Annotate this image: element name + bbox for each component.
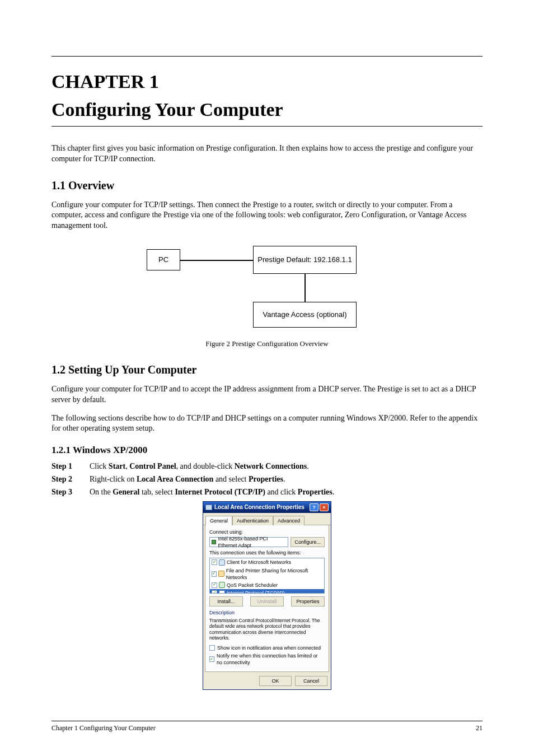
install-button[interactable]: Install... <box>209 596 243 606</box>
page-number: 21 <box>476 724 483 732</box>
uninstall-button[interactable]: Uninstall <box>250 596 284 606</box>
diagram-prestige-box: Prestige Default: 192.168.1.1 <box>253 246 357 274</box>
list-item[interactable]: ✓ QoS Packet Scheduler <box>210 581 324 589</box>
diagram-vantage-box: Vantage Access (optional) <box>253 302 357 328</box>
description-label: Description <box>209 609 325 616</box>
section-overview-body: Configure your computer for TCP/IP setti… <box>51 200 483 232</box>
chapter-title: Configuring Your Computer <box>51 97 483 123</box>
checkbox-icon[interactable]: ✓ <box>212 559 217 565</box>
diagram-pc-box: PC <box>147 249 180 270</box>
tab-authentication[interactable]: Authentication <box>232 516 273 525</box>
cancel-button[interactable]: Cancel <box>295 676 327 686</box>
connection-icon <box>205 505 212 510</box>
step-3: Step 3 On the General tab, select Intern… <box>51 487 483 498</box>
notify-checkbox[interactable]: ✓ <box>209 656 214 662</box>
intro-paragraph: This chapter first gives you basic infor… <box>51 143 483 165</box>
show-icon-checkbox[interactable]: ✓ <box>209 645 215 651</box>
properties-button[interactable]: Properties <box>291 596 325 606</box>
figure-2-diagram: PC Prestige Default: 192.168.1.1 Vantage… <box>147 241 387 337</box>
chapter-number: CHAPTER 1 <box>51 69 483 95</box>
list-item-selected[interactable]: ✓ Internet Protocol (TCP/IP) <box>210 589 324 594</box>
section-setup-title: 1.2 Setting Up Your Computer <box>51 362 483 377</box>
lan-properties-dialog: Local Area Connection Properties ? × Gen… <box>203 501 331 690</box>
figure-2-caption: Figure 2 Prestige Configuration Overview <box>51 339 483 349</box>
dialog-title: Local Area Connection Properties <box>214 503 305 511</box>
nic-icon <box>212 540 216 544</box>
configure-button[interactable]: Configure... <box>291 537 325 547</box>
footer-chapter: Chapter 1 Configuring Your Computer <box>51 724 156 732</box>
dialog-tabstrip: General Authentication Advanced <box>203 513 331 525</box>
connection-items-list[interactable]: ✓ Client for Microsoft Networks ✓ File a… <box>209 558 325 594</box>
adapter-name: Intel 8255x-based PCI Ethernet Adapt <box>218 535 286 549</box>
help-icon[interactable]: ? <box>310 503 318 511</box>
show-icon-label: Show icon in notification area when conn… <box>217 645 321 651</box>
qos-icon <box>219 582 225 588</box>
ok-button[interactable]: OK <box>259 676 292 686</box>
section-setup-p2: The following sections describe how to d… <box>51 413 483 435</box>
subsection-winxp-title: 1.2.1 Windows XP/2000 <box>51 444 483 457</box>
client-icon <box>219 559 225 566</box>
notify-label: Notify me when this connection has limit… <box>217 652 325 666</box>
close-icon[interactable]: × <box>320 503 329 511</box>
list-item[interactable]: ✓ Client for Microsoft Networks <box>210 558 324 566</box>
list-item[interactable]: ✓ File and Printer Sharing for Microsoft… <box>210 567 324 581</box>
tab-advanced[interactable]: Advanced <box>273 516 305 525</box>
description-text: Transmission Control Protocol/Internet P… <box>209 618 325 645</box>
checkbox-icon[interactable]: ✓ <box>212 571 217 577</box>
step-1: Step 1 Click Start, Control Panel, and d… <box>51 461 483 472</box>
tab-general[interactable]: General <box>205 516 232 525</box>
connect-using-label: Connect using: <box>209 529 325 535</box>
file-share-icon <box>218 571 224 577</box>
protocol-icon <box>219 590 225 594</box>
items-label: This connection uses the following items… <box>209 549 325 556</box>
checkbox-icon[interactable]: ✓ <box>212 590 217 594</box>
step-2: Step 2 Right-click on Local Area Connect… <box>51 474 483 485</box>
section-overview-title: 1.1 Overview <box>51 178 483 193</box>
adapter-field[interactable]: Intel 8255x-based PCI Ethernet Adapt <box>209 537 288 547</box>
checkbox-icon[interactable]: ✓ <box>212 582 217 588</box>
dialog-titlebar[interactable]: Local Area Connection Properties ? × <box>203 502 331 513</box>
section-setup-p1: Configure your computer for TCP/IP and t… <box>51 384 483 405</box>
